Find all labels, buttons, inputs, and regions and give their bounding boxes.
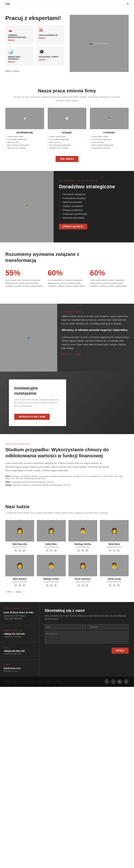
hero-link[interactable]: Odkryj > Więcej (5, 70, 19, 72)
linkedin-icon[interactable]: in (117, 549, 120, 552)
stat-number-1: 60% (48, 269, 87, 277)
person-name-3: Betty Nlam (100, 543, 129, 546)
case-tag-1: Efekt: Transformacja/Transfer, Automatyz… (5, 481, 129, 483)
logo: logo (5, 2, 10, 5)
case-tags: Klient: Business Corporation, dlubitur q… (5, 475, 129, 479)
person-social-7: f t in (100, 584, 129, 587)
twitter-icon[interactable]: t (112, 549, 116, 552)
person-card-1: 👩 Betty Nlam Ekspert finansowy f t in (37, 520, 66, 552)
person-role-5: Ekspert finansowy (37, 581, 66, 583)
work-item: Nam vel urna (90, 141, 129, 143)
people-next-link[interactable]: Dalej > (16, 591, 23, 593)
twitter-social-icon[interactable]: t (111, 679, 116, 684)
form-message-input[interactable] (45, 631, 129, 644)
advisory-item: Dostępny praktyczny (59, 209, 129, 211)
card-badge-1[interactable]: WIĘCEJ (39, 37, 62, 39)
building-icon: 🏛 (39, 28, 62, 33)
form-submit-button[interactable]: WYŚLIJ (112, 648, 129, 654)
innovative-title: Innowacyjne rozwiązania (14, 386, 61, 396)
people-grid-top: 👩 Nate Reynolds Ekspert finansowy f t in… (5, 520, 129, 552)
about-label: O NASZEJ FIRMIE (62, 311, 130, 313)
card-badge-3[interactable]: WIĘCEJ (39, 59, 62, 61)
person-card-3: 👩 Betty Nlam Ekspert finansowy f t in (100, 520, 129, 552)
twitter-icon[interactable]: t (81, 549, 84, 552)
facebook-icon[interactable]: f (77, 549, 80, 552)
facebook-icon[interactable]: f (108, 549, 112, 552)
card-badge-2[interactable]: WIĘCEJ (8, 61, 31, 63)
innovative-btn[interactable]: SKONTAKTUJ SIĘ Z NAMI (14, 414, 50, 420)
facebook-icon[interactable]: f (45, 549, 49, 552)
people-prev-link[interactable]: < Prev (5, 591, 11, 593)
address-label: NASZE GŁÓWNE BIURO (4, 608, 36, 609)
twitter-icon[interactable]: t (112, 584, 116, 587)
work-col-1: 📈 ROSNĄĆ Lorem ipsum dolor consectetur a… (48, 108, 87, 150)
person-role-2: Ekspert finansowy (68, 546, 97, 548)
grow-photo: 📈 (48, 108, 87, 129)
facebook-icon[interactable]: f (77, 584, 80, 587)
person-social-4: f t in (5, 584, 34, 587)
person-card-5: 👨 Matlege Smitha Ekspert finansowy f t i… (37, 555, 66, 587)
person-name-2: Mattlege Smitha (68, 543, 97, 546)
hero-card-1[interactable]: 🏛 USŁUGI DORADCZE WIĘCEJ (36, 25, 65, 44)
work-item: Torquent per inceptos (90, 147, 129, 149)
about-quote: Wierzymy, że odważne pomysły mogą być i … (62, 328, 130, 332)
person-card-0: 👩 Nate Reynolds Ekspert finansowy f t in (5, 520, 34, 552)
facebook-icon[interactable]: f (108, 584, 112, 587)
twitter-icon[interactable]: t (81, 584, 84, 587)
person-name-6: Rosle Swanson (68, 578, 97, 580)
linkedin-icon[interactable]: in (22, 549, 26, 552)
case-tag-value-1: Transformacja/Transfer, Automatyzacja, C… (11, 481, 54, 483)
linkedin-social-icon[interactable]: in (124, 679, 129, 684)
people-section: Nasi ludzie Ut enim ad minim veniam, qui… (0, 495, 134, 602)
linkedin-icon[interactable]: in (54, 549, 57, 552)
case-tag-label-1: Efekt: (5, 481, 11, 483)
address-title: Suite 35 Bury Drive St 19th (4, 611, 36, 614)
advisory-btn[interactable]: DOWIEDZ SIĘ WIĘCEJ (59, 224, 87, 229)
advisory-list: Planowanie strategiczne Przeniesienie ro… (59, 193, 129, 219)
advisory-item: Planowanie strategiczne (59, 193, 129, 196)
work-list-2: Lorem ipsum dolor consectetur adipiscing… (90, 135, 129, 149)
hero-card-0[interactable]: ☁ CHMURA / INFRASTRUKTURA WIĘCEJ (5, 25, 34, 44)
work-item: Mi ut semper malesuada (48, 144, 87, 146)
chart-icon: 📊 (8, 49, 31, 54)
work-img-grow: 📈 (48, 108, 87, 129)
innovative-bg: Innowacyjne rozwiązania Lorem ipsum dolo… (0, 372, 134, 434)
form-name-input[interactable] (45, 624, 86, 629)
facebook-icon[interactable]: f (14, 584, 17, 587)
linkedin-icon[interactable]: in (85, 549, 89, 552)
facebook-icon[interactable]: f (45, 584, 49, 587)
address-line1: London SL3, 99 St West (4, 615, 36, 617)
person-social-5: f t in (37, 584, 66, 587)
facebook-social-icon[interactable]: f (104, 679, 109, 684)
email-sub: office@lorem.com (4, 670, 36, 672)
twitter-icon[interactable]: t (18, 549, 22, 552)
cloud-icon: ☁ (8, 28, 31, 33)
linkedin-icon[interactable]: in (85, 584, 89, 587)
people-subtitle: Ut enim ad minim veniam, quis nostrud ex… (5, 511, 109, 515)
twitter-icon[interactable]: t (50, 549, 53, 552)
hero-card-2[interactable]: 📊 MARKETING / SPRZEDAŻ WIĘCEJ (5, 46, 34, 66)
about-link[interactable]: WIĘCEJ O FIRMIE (62, 353, 81, 355)
fax-sub: +881(0) 300 286 1200 (4, 653, 36, 655)
person-card-6: 👩 Rosle Swanson Ekspert finansowy f t in (68, 555, 97, 587)
linkedin-icon[interactable]: in (22, 584, 26, 587)
googleplus-social-icon[interactable]: G+ (117, 679, 122, 684)
linkedin-icon[interactable]: in (54, 584, 57, 587)
facebook-icon[interactable]: f (14, 549, 17, 552)
form-subtitle: Pełny skontaktuj się z nami. Pełny skont… (45, 614, 129, 621)
person-avatar-6: 👩 (68, 555, 97, 576)
work-more-button[interactable]: ZOB. WIĘCEJ (56, 156, 78, 162)
hero-card-3[interactable]: 🎓 SZKOLENIA / KURSY WIĘCEJ (36, 46, 65, 66)
footer-address-block: NASZE GŁÓWNE BIURO Suite 35 Bury Drive S… (0, 602, 39, 625)
form-surname-input[interactable] (87, 624, 129, 629)
footer-fax-block: FAKS +881(0) 300 286 1100 +881(0) 300 28… (0, 642, 39, 659)
twitter-icon[interactable]: t (50, 584, 53, 587)
innovative-text: Lorem ipsum dolor sit amet, consectetur … (14, 398, 61, 408)
twitter-icon[interactable]: t (18, 584, 22, 587)
linkedin-icon[interactable]: in (117, 584, 120, 587)
menu-icon[interactable]: ≡ (127, 2, 129, 5)
card-badge-0[interactable]: WIĘCEJ (8, 39, 31, 41)
person-avatar-2: 👨 (68, 520, 97, 541)
person-role-6: Ekspert finansowy (68, 581, 97, 583)
hero-right: 📸 Business Expert (70, 15, 129, 72)
